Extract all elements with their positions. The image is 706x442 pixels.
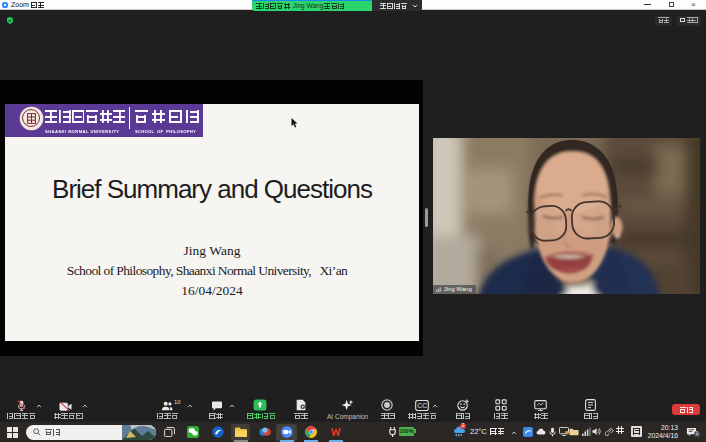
svg-text:CC: CC <box>417 402 427 409</box>
